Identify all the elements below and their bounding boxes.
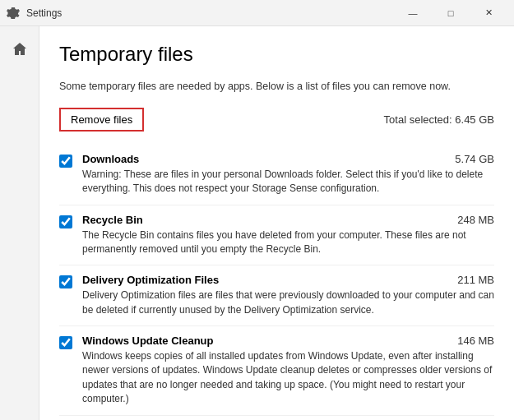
file-size: 5.74 GB [455,153,494,165]
file-header: Recycle Bin 248 MB [82,214,494,226]
file-checkbox[interactable] [59,275,72,288]
file-header: Downloads 5.74 GB [82,153,494,165]
sidebar [0,26,39,420]
total-selected-label: Total selected: 6.45 GB [384,113,494,126]
remove-files-button[interactable]: Remove files [59,108,144,132]
file-header: Delivery Optimization Files 211 MB [82,274,494,286]
file-checkbox[interactable] [59,336,72,349]
file-description: Warning: These are files in your persona… [82,168,494,196]
file-checkbox-wrap[interactable] [59,336,72,352]
toolbar: Remove files Total selected: 6.45 GB [59,108,494,132]
home-icon [12,42,27,57]
file-name: Delivery Optimization Files [82,274,219,286]
file-item: Recycle Bin 248 MB The Recycle Bin conta… [59,205,494,266]
file-checkbox-wrap[interactable] [59,215,72,231]
file-checkbox[interactable] [59,155,72,168]
page-title: Temporary files [59,43,494,66]
file-name: Downloads [82,153,139,165]
minimize-button[interactable]: — [394,0,432,26]
maximize-button[interactable]: □ [432,0,470,26]
file-info: Recycle Bin 248 MB The Recycle Bin conta… [82,214,494,257]
files-list: Downloads 5.74 GB Warning: These are fil… [59,145,494,420]
content-area: Temporary files Some temporary files are… [39,26,514,420]
title-bar-left: Settings [7,7,62,20]
file-item: Windows Update Cleanup 146 MB Windows ke… [59,326,494,416]
file-name: Windows Update Cleanup [82,335,214,347]
page-description: Some temporary files are needed by apps.… [59,79,494,95]
file-item: Thumbnails 82.6 MB Windows keeps a copy … [59,416,494,420]
file-item: Downloads 5.74 GB Warning: These are fil… [59,145,494,205]
file-name: Recycle Bin [82,214,143,226]
file-size: 248 MB [457,214,494,226]
file-size: 211 MB [457,274,494,286]
settings-icon [7,7,20,20]
file-description: The Recycle Bin contains files you have … [82,228,494,257]
file-header: Windows Update Cleanup 146 MB [82,335,494,347]
file-info: Downloads 5.74 GB Warning: These are fil… [82,153,494,196]
file-info: Delivery Optimization Files 211 MB Deliv… [82,274,494,317]
file-description: Windows keeps copies of all installed up… [82,349,494,407]
file-checkbox-wrap[interactable] [59,155,72,170]
file-checkbox[interactable] [59,215,72,228]
file-description: Delivery Optimization files are files th… [82,288,494,317]
title-bar: Settings — □ ✕ [0,0,514,26]
close-button[interactable]: ✕ [470,0,507,26]
file-checkbox-wrap[interactable] [59,275,72,291]
file-item: Delivery Optimization Files 211 MB Deliv… [59,265,494,326]
back-button[interactable] [3,33,36,66]
file-info: Windows Update Cleanup 146 MB Windows ke… [82,335,494,407]
title-bar-title: Settings [26,7,62,19]
main-container: Temporary files Some temporary files are… [0,26,514,420]
title-bar-controls: — □ ✕ [394,0,507,26]
file-size: 146 MB [457,335,494,347]
